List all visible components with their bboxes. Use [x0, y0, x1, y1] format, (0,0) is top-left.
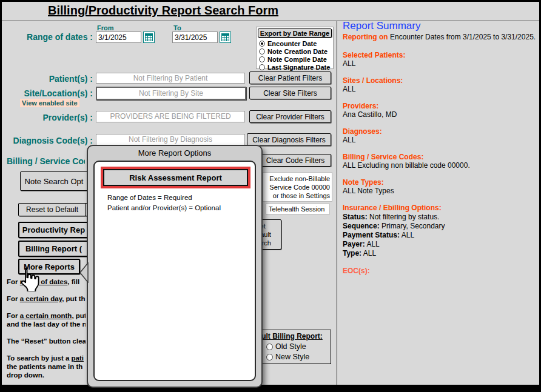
export-by-date-range-button[interactable]: Export by Date Range: [258, 28, 332, 38]
from-label: From: [97, 24, 114, 32]
reporting-on-line: Reporting on Encounter Dates from 3/1/20…: [343, 33, 538, 41]
productivity-report-button[interactable]: Productivity Rep: [18, 222, 89, 238]
billing-report-button[interactable]: Billing Report (: [18, 241, 89, 257]
radio-icon: [259, 41, 265, 47]
site-filter-input[interactable]: Not Filtering By Site: [96, 87, 246, 100]
summary-section-insurance: Insurance / Ebilling Options: Status: No…: [343, 204, 538, 258]
report-summary-panel: Report Summary Reporting on Encounter Da…: [343, 22, 538, 275]
instruction-line: and the last day of the n: [7, 321, 86, 328]
patient-label: Patient(s) :: [2, 74, 93, 84]
report-summary-title: Report Summary: [343, 22, 538, 30]
exclude-non-billable-option[interactable]: Exclude non-Billable Service Code 00000 …: [263, 172, 332, 202]
diagnosis-filter-input[interactable]: Not Filtering By Diagnosis: [96, 134, 245, 145]
view-enabled-site-link[interactable]: View enabled site: [20, 99, 79, 107]
radio-new-style[interactable]: New Style: [266, 353, 309, 361]
header-bar: Billing/Productivity Report Search Form: [2, 2, 539, 21]
instruction-line: The “Reset” button clea: [7, 337, 86, 345]
popup-title: More Report Options: [88, 146, 261, 158]
summary-section-billing-codes: Billing / Service Codes:ALL Excluding no…: [343, 153, 538, 170]
from-calendar-button[interactable]: [143, 32, 155, 43]
vertical-divider: [337, 21, 337, 388]
instruction-line: To search by just a pati: [7, 354, 86, 362]
clear-patient-filters-button[interactable]: Clear Patient Filters: [249, 71, 331, 84]
page-title: Billing/Productivity Report Search Form: [48, 4, 278, 18]
instruction-line: the patients name in th: [7, 363, 86, 370]
to-label: To: [173, 24, 181, 32]
radio-icon: [259, 64, 265, 70]
summary-section-providers: Providers:Ana Castillo, MD: [343, 102, 538, 119]
radio-icon: [266, 344, 273, 350]
clear-diagnosis-filters-button[interactable]: Clear Diagnosis Filters: [247, 133, 331, 146]
instruction-line: For a certain month, put: [7, 312, 86, 319]
calendar-icon: [145, 33, 153, 41]
telehealth-session-option[interactable]: Telehealth Session: [266, 204, 330, 214]
radio-last-signature-date[interactable]: Last Signature Date: [259, 64, 330, 71]
summary-section-note-types: Note Types:ALL Note Types: [343, 178, 538, 195]
clear-provider-filters-button[interactable]: Clear Provider Filters: [249, 110, 331, 123]
instruction-line: drop down.: [7, 371, 86, 379]
summary-section-diagnoses: Diagnoses:ALL: [343, 127, 538, 144]
reset-to-default-button[interactable]: Reset to Default: [18, 203, 86, 216]
clear-site-filters-button[interactable]: Clear Site Filters: [249, 87, 331, 99]
from-date-input[interactable]: 3/1/2025: [96, 32, 141, 43]
provider-filter-input[interactable]: PROVIDERS ARE BEING FILTERED: [96, 111, 245, 122]
radio-old-style[interactable]: Old Style: [266, 342, 306, 351]
risk-assessment-highlight: Risk Assessment Report: [101, 167, 250, 188]
to-date-input[interactable]: 3/31/2025: [172, 32, 218, 43]
summary-section-eoc: EOC(s):: [343, 267, 538, 275]
radio-icon: [266, 354, 273, 360]
popup-body: Risk Assessment Report Range of Dates = …: [93, 161, 256, 381]
more-report-options-popup: More Report Options Risk Assessment Repo…: [87, 145, 263, 388]
calendar-icon: [221, 33, 229, 41]
summary-section-sites: Sites / Locations:ALL: [343, 76, 538, 93]
billing-codes-label: Billing / Service Cod: [7, 156, 85, 166]
radio-encounter-date[interactable]: Encounter Date: [259, 40, 317, 47]
popup-note-dates: Range of Dates = Required: [107, 194, 192, 201]
radio-icon: [259, 48, 265, 55]
radio-icon: [259, 56, 265, 62]
popup-note-patient-provider: Patient and/or Provider(s) = Optional: [107, 204, 221, 211]
risk-assessment-report-button[interactable]: Risk Assessment Report: [103, 169, 248, 186]
patient-filter-input[interactable]: Not Filtering By Patient: [96, 73, 245, 84]
clear-code-filters-button[interactable]: Clear Code Filters: [260, 154, 331, 167]
range-of-dates-label: Range of dates :: [14, 32, 93, 42]
export-by-date-range-group: Export by Date Range Encounter Date Note…: [256, 27, 334, 69]
instruction-line: For a certain day, put th: [7, 295, 86, 302]
provider-label: Provider(s) :: [2, 113, 93, 122]
billing-report-search-window: Billing/Productivity Report Search Form …: [0, 0, 541, 392]
popup-tail: [80, 262, 89, 283]
radio-note-compile-date[interactable]: Note Compile Date: [259, 56, 327, 63]
radio-note-creation-date[interactable]: Note Creation Date: [259, 48, 328, 55]
site-label: Site/Location(s) :: [2, 88, 93, 98]
summary-section-patients: Selected Patients:ALL: [343, 51, 538, 68]
to-calendar-button[interactable]: [220, 32, 231, 43]
note-search-options-button[interactable]: Note Search Opt: [20, 171, 88, 191]
bottom-bar: [2, 385, 539, 390]
hand-cursor-icon: [18, 267, 39, 294]
diagnosis-label: Diagnosis Code(s) :: [2, 136, 93, 145]
